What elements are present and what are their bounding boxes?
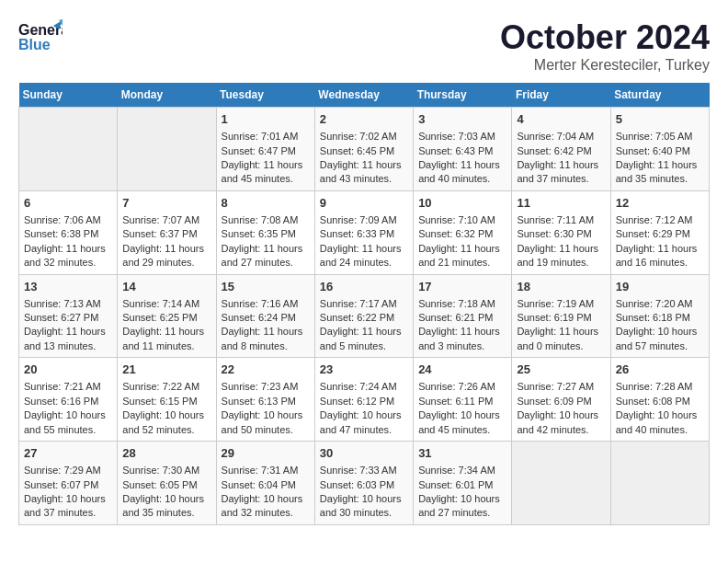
sunset-text: Sunset: 6:37 PM	[122, 228, 197, 239]
week-row-5: 27Sunrise: 7:29 AMSunset: 6:07 PMDayligh…	[19, 442, 710, 525]
day-cell: 24Sunrise: 7:26 AMSunset: 6:11 PMDayligh…	[414, 358, 512, 442]
daylight-text: Daylight: 11 hours and 16 minutes.	[616, 243, 698, 268]
day-cell: 13Sunrise: 7:13 AMSunset: 6:27 PMDayligh…	[19, 274, 118, 358]
day-number: 5	[616, 111, 704, 128]
daylight-text: Daylight: 11 hours and 35 minutes.	[616, 159, 698, 184]
day-number: 1	[222, 111, 310, 128]
sunrise-text: Sunrise: 7:13 AM	[24, 298, 101, 309]
day-number: 21	[122, 362, 210, 378]
day-cell: 19Sunrise: 7:20 AMSunset: 6:18 PMDayligh…	[610, 274, 709, 358]
sunrise-text: Sunrise: 7:06 AM	[24, 214, 101, 225]
daylight-text: Daylight: 10 hours and 27 minutes.	[418, 493, 500, 518]
daylight-text: Daylight: 11 hours and 0 minutes.	[517, 326, 598, 350]
daylight-text: Daylight: 10 hours and 42 minutes.	[517, 409, 598, 434]
daylight-text: Daylight: 11 hours and 11 minutes.	[122, 326, 204, 350]
daylight-text: Daylight: 10 hours and 40 minutes.	[616, 409, 698, 434]
sunrise-text: Sunrise: 7:19 AM	[517, 298, 594, 309]
svg-text:Blue: Blue	[18, 37, 51, 52]
col-thursday: Thursday	[414, 83, 512, 108]
col-sunday: Sunday	[19, 83, 118, 108]
day-cell	[610, 442, 709, 525]
day-cell: 18Sunrise: 7:19 AMSunset: 6:19 PMDayligh…	[512, 274, 610, 358]
sunrise-text: Sunrise: 7:26 AM	[418, 381, 495, 392]
calendar-header-row: Sunday Monday Tuesday Wednesday Thursday…	[19, 83, 710, 108]
sunset-text: Sunset: 6:21 PM	[418, 312, 493, 323]
day-number: 19	[616, 279, 704, 295]
sunset-text: Sunset: 6:05 PM	[122, 479, 197, 490]
day-cell	[19, 108, 118, 191]
sunset-text: Sunset: 6:22 PM	[320, 312, 394, 323]
sunrise-text: Sunrise: 7:23 AM	[222, 381, 299, 392]
day-number: 27	[24, 445, 112, 462]
sunrise-text: Sunrise: 7:30 AM	[122, 465, 199, 476]
daylight-text: Daylight: 10 hours and 55 minutes.	[24, 409, 106, 434]
day-number: 28	[122, 445, 210, 462]
sunrise-text: Sunrise: 7:08 AM	[222, 214, 299, 225]
daylight-text: Daylight: 11 hours and 37 minutes.	[517, 159, 598, 184]
daylight-text: Daylight: 10 hours and 57 minutes.	[616, 326, 698, 350]
day-cell: 20Sunrise: 7:21 AMSunset: 6:16 PMDayligh…	[19, 358, 118, 442]
sunrise-text: Sunrise: 7:29 AM	[24, 465, 101, 476]
sunset-text: Sunset: 6:19 PM	[517, 312, 591, 323]
day-cell: 28Sunrise: 7:30 AMSunset: 6:05 PMDayligh…	[118, 442, 216, 525]
sunset-text: Sunset: 6:45 PM	[320, 145, 394, 156]
daylight-text: Daylight: 11 hours and 24 minutes.	[320, 243, 402, 268]
day-cell: 9Sunrise: 7:09 AMSunset: 6:33 PMDaylight…	[314, 190, 413, 274]
sunset-text: Sunset: 6:38 PM	[24, 228, 98, 239]
day-cell: 7Sunrise: 7:07 AMSunset: 6:37 PMDaylight…	[118, 190, 216, 274]
day-number: 26	[616, 362, 704, 378]
day-number: 9	[320, 195, 408, 212]
sunset-text: Sunset: 6:40 PM	[616, 145, 690, 156]
sunset-text: Sunset: 6:12 PM	[320, 396, 394, 407]
sunset-text: Sunset: 6:29 PM	[616, 228, 690, 239]
sunset-text: Sunset: 6:24 PM	[222, 312, 296, 323]
daylight-text: Daylight: 11 hours and 13 minutes.	[24, 326, 106, 350]
day-cell: 21Sunrise: 7:22 AMSunset: 6:15 PMDayligh…	[118, 358, 216, 442]
location-title: Merter Keresteciler, Turkey	[500, 57, 710, 74]
day-number: 16	[320, 279, 408, 295]
week-row-3: 13Sunrise: 7:13 AMSunset: 6:27 PMDayligh…	[19, 274, 710, 358]
week-row-4: 20Sunrise: 7:21 AMSunset: 6:16 PMDayligh…	[19, 358, 710, 442]
day-number: 10	[418, 195, 506, 212]
sunrise-text: Sunrise: 7:07 AM	[122, 214, 199, 225]
day-cell: 8Sunrise: 7:08 AMSunset: 6:35 PMDaylight…	[216, 190, 314, 274]
day-number: 31	[418, 445, 506, 462]
daylight-text: Daylight: 11 hours and 19 minutes.	[517, 243, 598, 268]
day-number: 8	[222, 195, 310, 212]
sunset-text: Sunset: 6:30 PM	[517, 228, 591, 239]
daylight-text: Daylight: 11 hours and 45 minutes.	[222, 159, 303, 184]
daylight-text: Daylight: 11 hours and 21 minutes.	[418, 243, 500, 268]
sunrise-text: Sunrise: 7:12 AM	[616, 214, 693, 225]
sunrise-text: Sunrise: 7:01 AM	[222, 131, 299, 142]
sunrise-text: Sunrise: 7:21 AM	[24, 381, 101, 392]
col-monday: Monday	[118, 83, 216, 108]
logo-image: General Blue	[18, 18, 63, 59]
day-cell: 31Sunrise: 7:34 AMSunset: 6:01 PMDayligh…	[414, 442, 512, 525]
day-number: 22	[222, 362, 310, 378]
sunrise-text: Sunrise: 7:20 AM	[616, 298, 693, 309]
day-cell: 12Sunrise: 7:12 AMSunset: 6:29 PMDayligh…	[610, 190, 709, 274]
sunset-text: Sunset: 6:03 PM	[320, 479, 394, 490]
day-cell: 17Sunrise: 7:18 AMSunset: 6:21 PMDayligh…	[414, 274, 512, 358]
title-section: October 2024 Merter Keresteciler, Turkey	[500, 18, 710, 74]
sunset-text: Sunset: 6:42 PM	[517, 145, 591, 156]
daylight-text: Daylight: 11 hours and 32 minutes.	[24, 243, 106, 268]
day-number: 13	[24, 279, 112, 295]
sunrise-text: Sunrise: 7:24 AM	[320, 381, 397, 392]
sunrise-text: Sunrise: 7:03 AM	[418, 131, 495, 142]
sunset-text: Sunset: 6:18 PM	[616, 312, 690, 323]
sunset-text: Sunset: 6:11 PM	[418, 396, 493, 407]
daylight-text: Daylight: 11 hours and 29 minutes.	[122, 243, 204, 268]
day-cell: 10Sunrise: 7:10 AMSunset: 6:32 PMDayligh…	[414, 190, 512, 274]
sunrise-text: Sunrise: 7:22 AM	[122, 381, 199, 392]
col-wednesday: Wednesday	[314, 83, 413, 108]
sunrise-text: Sunrise: 7:17 AM	[320, 298, 397, 309]
sunset-text: Sunset: 6:25 PM	[122, 312, 197, 323]
daylight-text: Daylight: 11 hours and 43 minutes.	[320, 159, 402, 184]
daylight-text: Daylight: 10 hours and 37 minutes.	[24, 493, 106, 518]
day-number: 6	[24, 195, 112, 212]
sunset-text: Sunset: 6:15 PM	[122, 396, 197, 407]
day-number: 29	[222, 445, 310, 462]
day-number: 7	[122, 195, 210, 212]
sunset-text: Sunset: 6:35 PM	[222, 228, 296, 239]
